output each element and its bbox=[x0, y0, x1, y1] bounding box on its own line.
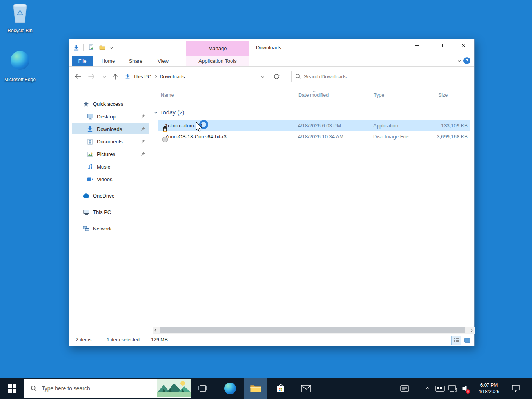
file-date: 4/18/2026 6:03 PM bbox=[296, 123, 371, 129]
taskbar-edge-button[interactable] bbox=[219, 378, 241, 399]
file-row[interactable]: Zorin-OS-18-Core-64-bit-r3 4/18/2026 10:… bbox=[158, 131, 470, 142]
sidebar-item-quick-access[interactable]: Quick access bbox=[72, 98, 149, 109]
tab-view[interactable]: View bbox=[151, 56, 176, 66]
thumbnail-view-icon bbox=[464, 338, 470, 343]
scrollbar-thumb[interactable] bbox=[160, 327, 465, 333]
scroll-right-arrow-icon[interactable] bbox=[468, 327, 475, 334]
explorer-search-box[interactable] bbox=[291, 71, 469, 82]
desktop-icon-recycle-bin[interactable]: Recycle Bin bbox=[3, 2, 37, 33]
desktop-icon-label: Recycle Bin bbox=[7, 28, 32, 33]
thumbnail-view-button[interactable] bbox=[462, 336, 472, 345]
task-view-button[interactable] bbox=[191, 378, 214, 399]
taskbar-clock[interactable]: 6:07 PM 4/18/2026 bbox=[473, 378, 505, 399]
breadcrumb-chevron-icon[interactable] bbox=[154, 75, 157, 78]
microsoft-store-icon bbox=[276, 383, 286, 394]
taskbar-file-explorer-button[interactable] bbox=[244, 378, 267, 399]
expand-ribbon-chevron-icon[interactable] bbox=[458, 59, 461, 62]
music-note-icon bbox=[87, 164, 93, 170]
help-button[interactable]: ? bbox=[463, 57, 470, 64]
search-highlight-graphic[interactable] bbox=[157, 379, 191, 397]
scroll-left-arrow-icon[interactable] bbox=[153, 327, 159, 334]
breadcrumb-downloads[interactable]: Downloads bbox=[160, 74, 185, 80]
volume-button[interactable] bbox=[458, 378, 472, 399]
windows-logo-icon bbox=[8, 384, 16, 393]
desktop-icon-microsoft-edge[interactable]: Microsoft Edge bbox=[3, 51, 37, 82]
taskbar-search-input[interactable] bbox=[42, 385, 152, 392]
network-icon bbox=[83, 226, 89, 231]
taskbar-search-box[interactable] bbox=[24, 379, 191, 398]
explorer-search-input[interactable] bbox=[304, 74, 465, 80]
file-type: Disc Image File bbox=[371, 134, 436, 140]
taskbar-mail-button[interactable] bbox=[294, 378, 318, 399]
sidebar-item-pictures[interactable]: Pictures bbox=[72, 149, 149, 160]
qat-dropdown-chevron-icon[interactable] bbox=[110, 46, 113, 49]
tab-application-tools[interactable]: Application Tools bbox=[186, 56, 249, 66]
back-arrow-icon bbox=[74, 73, 82, 80]
sidebar-item-desktop[interactable]: Desktop bbox=[72, 111, 149, 122]
recycle-bin-icon bbox=[11, 2, 29, 25]
touch-keyboard-button[interactable] bbox=[433, 378, 447, 399]
task-view-icon bbox=[198, 383, 208, 394]
taskbar-store-button[interactable] bbox=[269, 378, 292, 399]
start-button[interactable] bbox=[0, 378, 24, 399]
horizontal-scrollbar[interactable] bbox=[153, 327, 475, 334]
sidebar-item-documents[interactable]: Documents bbox=[72, 136, 149, 147]
tab-home[interactable]: Home bbox=[96, 56, 121, 66]
action-center-button[interactable] bbox=[507, 378, 525, 399]
minimize-icon bbox=[415, 45, 419, 46]
tab-file[interactable]: File bbox=[72, 56, 93, 66]
ribbon-tabs: File Home Share View Application Tools ? bbox=[69, 56, 474, 67]
column-header-name[interactable]: Name bbox=[158, 90, 296, 100]
sidebar-item-network[interactable]: Network bbox=[72, 223, 149, 234]
recent-locations-chevron-icon[interactable] bbox=[103, 75, 106, 78]
group-header-today[interactable]: Today (2) bbox=[155, 107, 185, 117]
this-pc-monitor-icon bbox=[83, 209, 89, 215]
minimize-button[interactable] bbox=[406, 39, 429, 52]
taskbar: 6:07 PM 4/18/2026 bbox=[0, 378, 532, 399]
details-view-icon bbox=[454, 338, 459, 343]
column-header-size[interactable]: Size bbox=[436, 90, 470, 100]
up-button[interactable] bbox=[112, 73, 118, 80]
column-header-date-modified[interactable]: Date modified bbox=[296, 90, 371, 100]
status-item-count: 2 items bbox=[76, 337, 91, 343]
sidebar-item-label: Downloads bbox=[97, 126, 122, 132]
column-header-type[interactable]: Type bbox=[371, 90, 436, 100]
sidebar-item-videos[interactable]: Videos bbox=[72, 174, 149, 185]
pictures-icon bbox=[87, 152, 93, 157]
tray-app-button[interactable] bbox=[398, 378, 412, 399]
refresh-button[interactable] bbox=[274, 74, 280, 80]
maximize-icon bbox=[439, 44, 443, 47]
file-name: Zorin-OS-18-Core-64-bit-r3 bbox=[165, 134, 227, 140]
file-size: 3,699,168 KB bbox=[436, 134, 470, 140]
show-hidden-icons-button[interactable] bbox=[420, 378, 434, 399]
maximize-button[interactable] bbox=[429, 39, 452, 52]
edge-logo-icon bbox=[11, 51, 29, 70]
sidebar-item-music[interactable]: Music bbox=[72, 161, 149, 172]
address-dropdown-chevron-icon[interactable] bbox=[261, 75, 264, 78]
edge-logo-icon bbox=[224, 383, 236, 394]
sidebar-item-label: Documents bbox=[97, 139, 123, 145]
tab-share[interactable]: Share bbox=[122, 56, 149, 66]
sidebar-item-this-pc[interactable]: This PC bbox=[72, 207, 149, 218]
file-size: 133,109 KB bbox=[436, 123, 470, 129]
sidebar-item-label: Videos bbox=[97, 176, 113, 182]
quick-access-star-icon bbox=[83, 101, 89, 107]
sidebar-item-downloads[interactable]: Downloads bbox=[72, 123, 149, 134]
close-icon bbox=[461, 44, 466, 48]
sidebar-item-label: Network bbox=[93, 226, 112, 232]
sidebar-item-onedrive[interactable]: OneDrive bbox=[72, 190, 149, 201]
mail-icon bbox=[301, 385, 311, 392]
chevron-up-icon bbox=[426, 387, 429, 390]
address-bar[interactable]: This PC Downloads bbox=[121, 71, 268, 82]
forward-button[interactable] bbox=[88, 73, 96, 80]
breadcrumb-this-pc[interactable]: This PC bbox=[133, 74, 151, 80]
close-button[interactable] bbox=[452, 39, 475, 52]
contextual-tab-manage[interactable]: Manage bbox=[186, 41, 249, 56]
details-view-button[interactable] bbox=[451, 336, 461, 345]
status-selection: 1 item selected bbox=[107, 337, 140, 343]
refresh-icon bbox=[274, 74, 280, 80]
group-collapse-chevron-icon[interactable] bbox=[154, 111, 157, 113]
back-button[interactable] bbox=[74, 73, 82, 80]
sidebar-item-label: Pictures bbox=[97, 151, 115, 157]
status-bar: 2 items 1 item selected 129 MB bbox=[69, 334, 474, 346]
